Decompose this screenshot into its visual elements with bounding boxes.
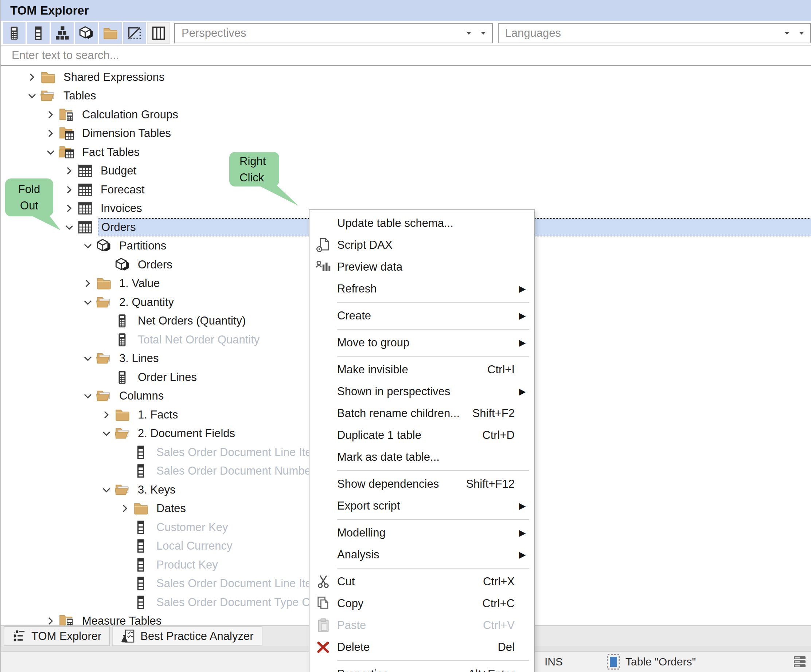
chevron-right-icon[interactable]: [43, 107, 58, 122]
chevron-down-icon[interactable]: [81, 389, 95, 403]
menu-item-label: Duplicate 1 table: [337, 429, 482, 442]
menu-item-duplicate-1-table[interactable]: Duplicate 1 tableCtrl+D: [309, 424, 534, 446]
menu-item-script-dax[interactable]: Script DAX: [309, 234, 534, 256]
tree-item-label: Sales Order Document Line Item: [153, 576, 325, 591]
menu-separator: [337, 329, 529, 330]
tree-item-fact-tables[interactable]: Fact Tables: [1, 143, 811, 162]
tom-explorer-panel: TOM Explorer Perspectives Languages Shar…: [0, 0, 811, 672]
dropdown-carets: [466, 31, 492, 35]
chevron-down-icon: [784, 31, 790, 35]
chevron-right-icon[interactable]: [81, 276, 95, 291]
folder-closed-icon: [114, 407, 135, 423]
menu-item-export-script[interactable]: Export script▶: [309, 495, 534, 517]
chevron-right-icon[interactable]: [118, 501, 132, 516]
menu-item-analysis[interactable]: Analysis▶: [309, 544, 534, 565]
menu-item-label: Export script: [337, 499, 519, 513]
measure-icon: [114, 370, 135, 385]
tree-item-label: Total Net Order Quantity: [135, 333, 264, 347]
menu-item-paste[interactable]: PasteCtrl+V: [309, 614, 534, 636]
menu-item-label: Copy: [337, 597, 482, 610]
menu-item-shortcut: Shift+F2: [472, 407, 515, 420]
chevron-right-icon[interactable]: [62, 164, 76, 178]
menu-item-label: Make invisible: [337, 363, 487, 376]
chevron-right-icon[interactable]: [43, 614, 58, 625]
tree-item-forecast[interactable]: Forecast: [1, 180, 811, 199]
chevron-down-icon[interactable]: [62, 220, 76, 235]
slash-square-icon: [127, 25, 143, 41]
preview-data-icon: [309, 259, 337, 275]
toolbar-column-view-button[interactable]: [147, 22, 170, 44]
search-input[interactable]: [1, 49, 811, 62]
menu-item-move-to-group[interactable]: Move to group▶: [309, 332, 534, 354]
menu-item-refresh[interactable]: Refresh▶: [309, 278, 534, 300]
search-bar: [1, 45, 811, 66]
chevron-down-icon[interactable]: [99, 482, 114, 497]
chevron-right-icon[interactable]: [62, 183, 76, 197]
folder-closed-icon: [102, 25, 119, 41]
cube-icon: [78, 25, 94, 41]
tree-item-tables[interactable]: Tables: [1, 87, 811, 106]
scissors-icon: [309, 574, 337, 590]
folder-closed-icon: [39, 69, 61, 85]
menu-item-shortcut: Shift+F12: [466, 477, 515, 491]
insert-mode-indicator: INS: [545, 656, 563, 668]
tab-best-practice-analyzer[interactable]: Best Practice Analyzer: [112, 626, 262, 646]
submenu-arrow-icon: ▶: [519, 386, 534, 397]
menu-item-delete[interactable]: DeleteDel: [309, 636, 534, 658]
menu-item-properties[interactable]: PropertiesAlt+Enter: [309, 663, 534, 672]
folder-open-icon: [114, 425, 135, 442]
menu-item-create[interactable]: Create▶: [309, 305, 534, 327]
menu-item-modelling[interactable]: Modelling▶: [309, 522, 534, 544]
menu-item-shortcut: Ctrl+I: [487, 363, 515, 376]
tab-tom-explorer[interactable]: TOM Explorer: [3, 626, 110, 646]
folder-open-icon: [95, 350, 116, 366]
tree-item-label: Dates: [153, 501, 190, 516]
chevron-down-icon[interactable]: [99, 426, 114, 441]
chevron-right-icon[interactable]: [62, 201, 76, 216]
tree-item-label: Sales Order Document Type Code: [153, 595, 333, 610]
menu-item-cut[interactable]: CutCtrl+X: [309, 571, 534, 592]
menu-separator: [337, 660, 529, 661]
chevron-down-icon[interactable]: [81, 239, 95, 253]
menu-item-update-table-schema[interactable]: Update table schema...: [309, 212, 534, 234]
tree-item-label: Customer Key: [153, 520, 232, 535]
toolbar-partitions-button[interactable]: [75, 22, 98, 44]
tree-item-dimension-tables[interactable]: Dimension Tables: [1, 124, 811, 143]
menu-item-label: Refresh: [337, 282, 519, 295]
chevron-right-icon[interactable]: [25, 70, 39, 85]
chevron-down-icon[interactable]: [81, 295, 95, 310]
toolbar-display-folders-button[interactable]: [99, 22, 122, 44]
tree-item-calculation-groups[interactable]: Calculation Groups: [1, 105, 811, 124]
toolbar: Perspectives Languages: [1, 21, 811, 45]
menu-item-copy[interactable]: CopyCtrl+C: [309, 592, 534, 614]
toolbar-columns-button[interactable]: [27, 22, 49, 44]
measure-icon: [7, 25, 22, 41]
paste-icon: [309, 617, 337, 633]
menu-item-shortcut: Ctrl+X: [483, 575, 515, 588]
toolbar-hierarchies-button[interactable]: [51, 22, 74, 44]
folder-closed-icon: [132, 501, 153, 516]
chevron-right-icon[interactable]: [43, 126, 58, 140]
menu-item-preview-data[interactable]: Preview data: [309, 256, 534, 278]
tree-item-budget[interactable]: Budget: [1, 162, 811, 181]
menu-item-label: Paste: [337, 619, 483, 632]
toolbar-measures-button[interactable]: [3, 22, 25, 44]
folder-open-icon: [95, 388, 116, 404]
chevron-down-icon[interactable]: [25, 88, 39, 103]
chevron-right-icon[interactable]: [99, 408, 114, 422]
chevron-down-icon[interactable]: [81, 351, 95, 366]
toolbar-show-hidden-button[interactable]: [123, 22, 146, 44]
chevron-down-icon[interactable]: [43, 145, 58, 159]
menu-item-shown-in-perspectives[interactable]: Shown in perspectives▶: [309, 381, 534, 403]
menu-item-label: Batch rename children...: [337, 407, 472, 420]
tree-item-shared-expressions[interactable]: Shared Expressions: [1, 68, 811, 87]
tree-item-label: 3. Keys: [135, 482, 180, 497]
menu-item-batch-rename-children[interactable]: Batch rename children...Shift+F2: [309, 403, 534, 424]
menu-item-make-invisible[interactable]: Make invisibleCtrl+I: [309, 359, 534, 381]
submenu-arrow-icon: ▶: [519, 311, 534, 321]
perspectives-dropdown[interactable]: Perspectives: [174, 23, 493, 43]
languages-dropdown[interactable]: Languages: [498, 23, 811, 43]
delete-x-icon: [309, 639, 337, 655]
menu-item-mark-as-date-table[interactable]: Mark as date table...: [309, 446, 534, 468]
menu-item-show-dependencies[interactable]: Show dependenciesShift+F12: [309, 473, 534, 495]
